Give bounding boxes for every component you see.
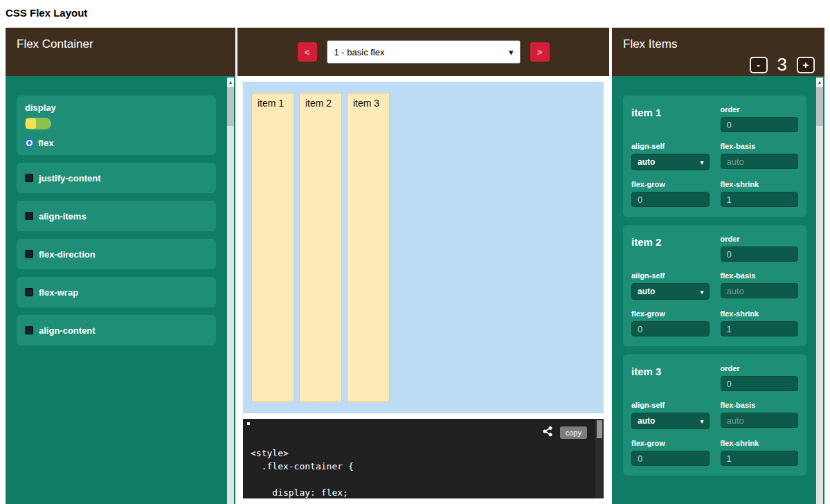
preset-select-wrap: 1 - basic flex ▾ (327, 40, 521, 64)
flex-radio-label: flex (38, 138, 53, 148)
order-label: order (721, 235, 799, 243)
flex-container-title: Flex Container (17, 37, 93, 51)
flex-basis-input[interactable] (721, 283, 799, 298)
display-option-group: display flex (17, 96, 216, 155)
app-window: CSS Flex Layout Flex Container display (0, 0, 830, 504)
copy-button[interactable]: copy (560, 426, 587, 439)
item-card-title: item 1 (631, 105, 710, 118)
toggle-knob (26, 118, 36, 129)
code-scrollbar[interactable] (595, 419, 604, 498)
item-counter: - 3 + (750, 54, 815, 75)
flex-basis-field: flex-basis (721, 401, 799, 429)
flex-grow-input[interactable] (631, 321, 710, 336)
next-preset-button[interactable]: > (530, 42, 550, 62)
prev-preset-button[interactable]: < (298, 42, 317, 62)
align-self-select-wrap: auto ▾ (631, 413, 710, 429)
order-field: order (721, 105, 799, 132)
order-field: order (721, 235, 799, 262)
preview-item-2: item 2 (299, 93, 342, 402)
code-scrollbar-thumb[interactable] (597, 420, 602, 438)
justify-content-label: justify-content (39, 173, 101, 183)
item-name-field: item 1 (631, 105, 710, 132)
flex-items-body: item 1 order align-self auto (612, 76, 824, 504)
remove-item-button[interactable]: - (750, 57, 768, 73)
align-content-group: align-content (17, 315, 216, 345)
radio-dot-icon (28, 141, 31, 145)
item-count: 3 (777, 54, 787, 75)
item-card-title: item 2 (631, 235, 710, 248)
flex-shrink-input[interactable] (721, 321, 799, 336)
flex-wrap-group: flex-wrap (17, 277, 216, 307)
order-input[interactable] (721, 117, 799, 132)
align-items-label: align-items (39, 211, 87, 222)
align-content-checkbox[interactable] (25, 326, 33, 334)
flex-grow-input[interactable] (631, 451, 710, 466)
code-cursor-dot (247, 422, 250, 425)
align-self-label: align-self (631, 271, 710, 280)
flex-shrink-input[interactable] (721, 192, 799, 207)
scroll-up-icon[interactable]: ▲ (816, 78, 823, 87)
right-panel-scrollbar[interactable]: ▲ (816, 78, 823, 504)
item-card-1: item 1 order align-self auto (623, 96, 806, 217)
add-item-button[interactable]: + (797, 57, 815, 73)
flex-grow-field: flex-grow (631, 439, 710, 466)
order-field: order (721, 364, 799, 391)
flex-basis-field: flex-basis (721, 142, 799, 170)
preset-toolbar: < 1 - basic flex ▾ > (237, 28, 609, 76)
flex-preview-container: item 1 item 2 item 3 (243, 82, 604, 413)
align-self-label: align-self (631, 142, 710, 150)
justify-content-group: justify-content (17, 163, 216, 193)
align-self-select[interactable]: auto (631, 283, 710, 300)
align-self-label: align-self (631, 401, 710, 409)
flex-grow-field: flex-grow (631, 309, 710, 336)
flex-grow-label: flex-grow (631, 180, 710, 188)
flex-radio-row: flex (25, 138, 208, 148)
flex-basis-field: flex-basis (721, 271, 799, 300)
preview-panel: < 1 - basic flex ▾ > item 1 item 2 item … (237, 28, 609, 504)
flex-basis-label: flex-basis (721, 401, 799, 409)
page-title: CSS Flex Layout (6, 7, 87, 19)
code-line: display: flex; (251, 486, 604, 498)
right-scrollbar-thumb[interactable] (816, 87, 823, 126)
flex-shrink-label: flex-shrink (721, 180, 799, 188)
flex-basis-input[interactable] (721, 154, 799, 169)
flex-shrink-input[interactable] (721, 451, 799, 466)
order-input[interactable] (721, 246, 799, 262)
preview-body: item 1 item 2 item 3 (237, 76, 609, 504)
order-label: order (721, 105, 799, 114)
flex-wrap-checkbox[interactable] (25, 288, 33, 296)
align-self-field: align-self auto ▾ (631, 401, 710, 429)
align-items-group: align-items (17, 201, 216, 231)
display-label: display (25, 102, 208, 113)
preset-select[interactable]: 1 - basic flex (327, 40, 521, 64)
share-icon[interactable] (542, 426, 553, 440)
code-line (251, 473, 604, 486)
align-self-select[interactable]: auto (631, 154, 710, 170)
flex-shrink-label: flex-shrink (721, 439, 799, 447)
justify-content-checkbox[interactable] (25, 174, 33, 182)
order-input[interactable] (721, 376, 799, 391)
order-label: order (721, 364, 799, 372)
scroll-up-icon[interactable]: ▲ (227, 78, 234, 87)
code-line: .flex-container { (251, 460, 604, 473)
flex-items-header: Flex Items - 3 + (612, 28, 824, 76)
align-content-label: align-content (39, 325, 96, 336)
flex-grow-input[interactable] (631, 192, 710, 207)
left-scrollbar-thumb[interactable] (227, 87, 234, 126)
flex-basis-input[interactable] (721, 413, 799, 428)
left-panel-scrollbar[interactable]: ▲ (227, 78, 234, 504)
flex-items-title: Flex Items (623, 37, 677, 51)
flex-grow-label: flex-grow (631, 309, 710, 318)
display-toggle[interactable] (25, 118, 51, 129)
item-card-title: item 3 (631, 364, 710, 377)
align-self-field: align-self auto ▾ (631, 271, 710, 300)
flex-container-header: Flex Container (6, 28, 235, 76)
flex-radio[interactable] (25, 138, 34, 147)
flex-wrap-label: flex-wrap (39, 287, 78, 298)
main-columns: Flex Container display flex (6, 28, 824, 504)
align-self-select[interactable]: auto (631, 413, 710, 429)
item-card-3: item 3 order align-self auto (623, 354, 806, 476)
flex-shrink-field: flex-shrink (721, 180, 799, 207)
align-items-checkbox[interactable] (25, 212, 33, 220)
flex-direction-checkbox[interactable] (25, 250, 33, 258)
